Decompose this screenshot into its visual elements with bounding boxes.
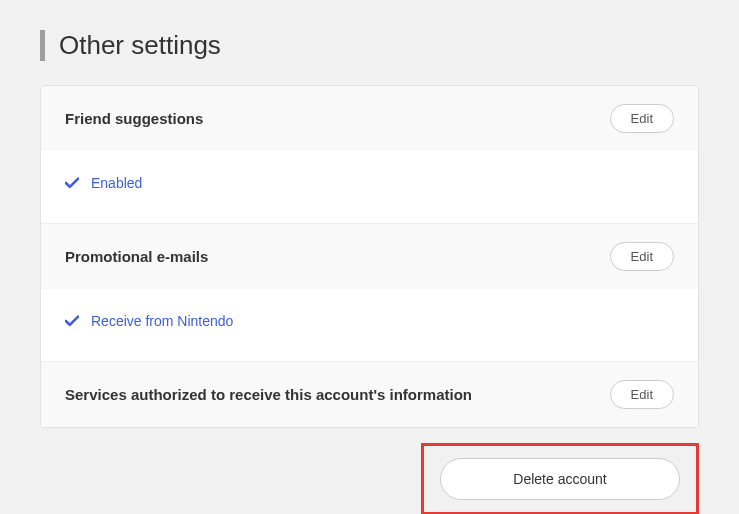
friend-suggestions-body: Enabled (41, 151, 698, 223)
delete-highlight-box: Delete account (421, 443, 699, 514)
promo-emails-edit-button[interactable]: Edit (610, 242, 674, 271)
friend-suggestions-header: Friend suggestions Edit (41, 86, 698, 151)
promo-emails-section: Promotional e-mails Edit Receive from Ni… (41, 224, 698, 362)
friend-suggestions-title: Friend suggestions (65, 110, 203, 127)
services-header: Services authorized to receive this acco… (41, 362, 698, 427)
friend-suggestions-section: Friend suggestions Edit Enabled (41, 86, 698, 224)
delete-action-row: Delete account (40, 443, 699, 514)
promo-emails-status-label: Receive from Nintendo (91, 313, 233, 329)
settings-container: Other settings Friend suggestions Edit E… (0, 0, 739, 514)
promo-emails-title: Promotional e-mails (65, 248, 208, 265)
promo-emails-status-link[interactable]: Receive from Nintendo (65, 313, 233, 329)
check-icon (65, 176, 79, 190)
page-title: Other settings (40, 30, 699, 61)
settings-card: Friend suggestions Edit Enabled Promotio… (40, 85, 699, 428)
check-icon (65, 314, 79, 328)
services-title: Services authorized to receive this acco… (65, 386, 472, 403)
services-section: Services authorized to receive this acco… (41, 362, 698, 427)
delete-account-button[interactable]: Delete account (440, 458, 680, 500)
friend-suggestions-status-link[interactable]: Enabled (65, 175, 142, 191)
friend-suggestions-edit-button[interactable]: Edit (610, 104, 674, 133)
services-edit-button[interactable]: Edit (610, 380, 674, 409)
friend-suggestions-status-label: Enabled (91, 175, 142, 191)
promo-emails-header: Promotional e-mails Edit (41, 224, 698, 289)
promo-emails-body: Receive from Nintendo (41, 289, 698, 361)
